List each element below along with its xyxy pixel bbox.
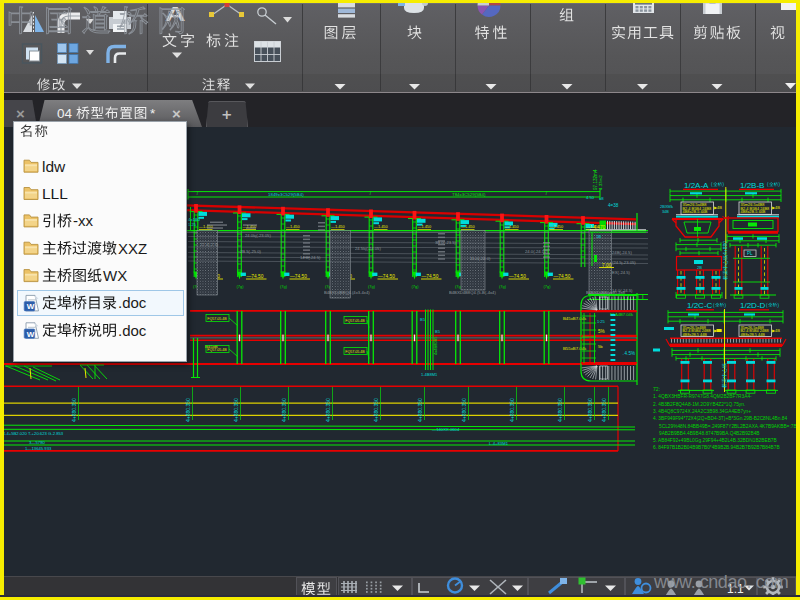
- svg-text:＋: ＋: [219, 105, 234, 122]
- svg-text:*: *: [150, 106, 156, 121]
- svg-text:×: ×: [172, 105, 181, 122]
- svg-text:×: ×: [16, 105, 25, 122]
- svg-text:W: W: [27, 330, 35, 339]
- svg-text:.doc: .doc: [118, 322, 147, 339]
- svg-text:WX: WX: [103, 267, 127, 284]
- svg-text:.doc: .doc: [118, 294, 147, 311]
- svg-text:W: W: [27, 302, 35, 311]
- svg-text:LLL: LLL: [42, 185, 68, 202]
- svg-text:XXZ: XXZ: [118, 240, 147, 257]
- svg-text:-xx: -xx: [73, 212, 93, 229]
- svg-text:04: 04: [57, 106, 73, 121]
- svg-text:www. cndao. com: www. cndao. com: [653, 572, 788, 592]
- svg-text:ldw: ldw: [42, 158, 66, 175]
